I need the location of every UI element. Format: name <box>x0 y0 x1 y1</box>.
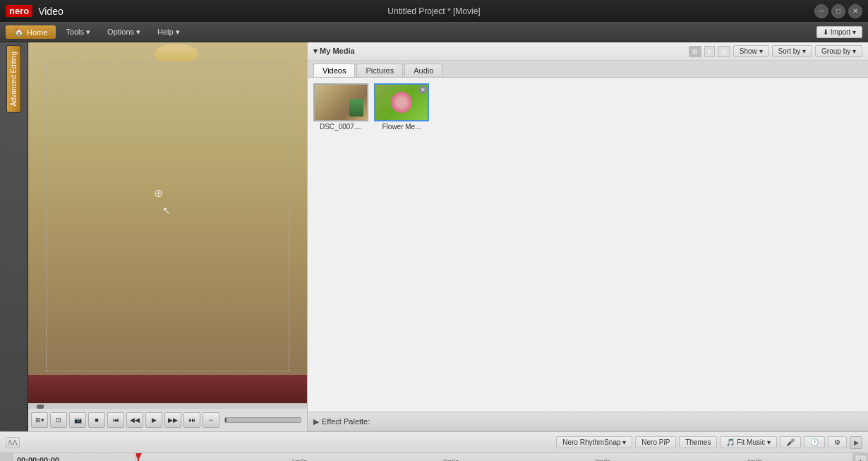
home-button[interactable]: 🏠 Home <box>6 25 56 39</box>
settings-button[interactable]: ⚙ <box>828 436 847 448</box>
time-display-row: 00:00:00:00 <box>13 453 135 461</box>
scrubber-position <box>225 418 227 422</box>
effect-expand-icon[interactable]: ▶ <box>313 417 319 426</box>
expand-right-button[interactable]: ▶ <box>850 436 862 449</box>
preview-scrubber[interactable] <box>28 403 307 409</box>
media-header: ▾ My Media ⊞ ≡ ⊟ Show ▾ Sort by ▾ Group … <box>308 42 868 61</box>
media-thumb-dsc <box>313 83 368 121</box>
tools-menu[interactable]: Tools ▾ <box>59 25 97 39</box>
app-name: Video <box>38 6 64 17</box>
clock-button[interactable]: 🕐 <box>804 436 825 448</box>
menu-right: ⬇ Import ▾ <box>816 26 862 38</box>
prev-frame-button[interactable]: ⏮ <box>107 412 124 428</box>
left-panel: Advanced Editing <box>0 42 28 431</box>
cursor-icon: ↖ <box>162 205 171 216</box>
effect-palette-label: Effect Palette: <box>322 417 370 426</box>
chandelier-decoration <box>155 44 198 61</box>
list-view-button[interactable]: ≡ <box>704 46 715 57</box>
maximize-button[interactable]: □ <box>831 4 845 18</box>
media-item-dsc[interactable]: DSC_0007.... <box>313 83 368 131</box>
videos-tab[interactable]: Videos <box>313 64 355 77</box>
preview-video: ⊕ ↖ <box>28 42 307 403</box>
preview-area: ⊕ ↖ ⊞▾ ⊡ 📷 ■ ⏮ ◀◀ ▶ ▶▶ ⏭ ↔ <box>28 42 307 431</box>
themes-button[interactable]: Themes <box>679 436 717 448</box>
nero-logo: nero <box>6 5 32 17</box>
timeline-main: Express Editing 00:00:00:00 🔒 👁 ▶ Master… <box>0 453 868 461</box>
collapse-timeline-button[interactable]: ⋀⋀ <box>6 437 20 448</box>
effect-palette: ▶ Effect Palette: <box>308 412 868 431</box>
media-label-flower: Flower Me... <box>374 123 429 131</box>
play-button[interactable]: ▶ <box>145 412 162 428</box>
time-display: 00:00:00:00 <box>17 456 59 462</box>
detail-view-button[interactable]: ⊟ <box>718 46 730 57</box>
snapshot-button[interactable]: ⊡ <box>50 412 67 428</box>
timeline-ruler: 1m0s 2m0s 3m0s 4m0s <box>136 453 852 461</box>
time-cursor <box>138 453 139 461</box>
pictures-tab[interactable]: Pictures <box>356 64 403 77</box>
mic-button[interactable]: 🎤 <box>780 436 801 448</box>
track-labels: 00:00:00:00 🔒 👁 ▶ Master Effects 🔒 👁 ▶ V… <box>13 453 136 461</box>
advanced-editing-tab[interactable]: Advanced Editing <box>6 45 21 113</box>
media-tabs: Videos Pictures Audio <box>308 61 868 78</box>
timeline-toolbar: ⋀⋀ Nero RhythmSnap ▾ Nero PiP Themes 🎵 F… <box>0 432 868 453</box>
stop-button[interactable]: ■ <box>88 412 105 428</box>
grid-view-button[interactable]: ⊞ <box>689 46 701 57</box>
cursor-head <box>136 453 142 460</box>
media-close-button[interactable]: ✕ <box>418 85 427 94</box>
media-header-right: ⊞ ≡ ⊟ Show ▾ Sort by ▾ Group by ▾ <box>689 45 862 57</box>
fit-music-button[interactable]: 🎵 Fit Music ▾ <box>720 436 777 448</box>
plant-decoration <box>349 99 363 116</box>
menubar: 🏠 Home Tools ▾ Options ▾ Help ▾ ⬇ Import… <box>0 23 868 42</box>
ruler-4m: 4m0s <box>747 458 762 461</box>
close-button[interactable]: ✕ <box>848 4 862 18</box>
import-button[interactable]: ⬇ Import ▾ <box>816 26 862 38</box>
options-menu[interactable]: Options ▾ <box>100 25 147 39</box>
ruler-3m: 3m0s <box>595 458 610 461</box>
media-label-dsc: DSC_0007.... <box>313 123 368 131</box>
media-content: DSC_0007.... ✕ Flower Me... <box>308 78 868 412</box>
timeline-scrubber[interactable] <box>224 417 301 423</box>
home-icon: 🏠 <box>14 28 24 37</box>
home-label: Home <box>27 28 47 37</box>
title-left: nero Video <box>6 5 64 17</box>
selection-box <box>46 64 289 371</box>
ruler-2m: 2m0s <box>443 458 459 461</box>
preview-controls: ⊞▾ ⊡ 📷 ■ ⏮ ◀◀ ▶ ▶▶ ⏭ ↔ <box>28 409 307 431</box>
group-button[interactable]: Group by ▾ <box>815 45 862 57</box>
media-item-flower[interactable]: ✕ Flower Me... <box>374 83 429 131</box>
media-browser: ▾ My Media ⊞ ≡ ⊟ Show ▾ Sort by ▾ Group … <box>307 42 868 431</box>
crosshair-icon: ⊕ <box>154 186 163 200</box>
media-title: ▾ My Media <box>313 47 355 56</box>
timeline-section: ⋀⋀ Nero RhythmSnap ▾ Nero PiP Themes 🎵 F… <box>0 431 868 461</box>
rewind-button[interactable]: ◀◀ <box>126 412 143 428</box>
audio-tab[interactable]: Audio <box>404 64 442 77</box>
timeline-tracks[interactable]: 1m0s 2m0s 3m0s 4m0s <box>136 453 852 461</box>
pip-button[interactable]: Nero PiP <box>635 436 676 448</box>
window-title: Untitled Project * [Movie] <box>387 6 480 16</box>
media-thumb-flower: ✕ <box>374 83 429 121</box>
minimize-button[interactable]: ─ <box>814 4 828 18</box>
titlebar: nero Video Untitled Project * [Movie] ─ … <box>0 0 868 23</box>
show-button[interactable]: Show ▾ <box>733 45 769 57</box>
scrubber-handle[interactable] <box>37 405 44 409</box>
main-layout: Advanced Editing ⊕ ↖ ⊞▾ ⊡ 📷 ■ ⏮ ◀◀ ▶ ▶▶ … <box>0 42 868 431</box>
next-frame-button[interactable]: ⏭ <box>183 412 200 428</box>
sort-button[interactable]: Sort by ▾ <box>772 45 812 57</box>
floor-area <box>28 375 307 403</box>
flower-image <box>391 92 412 113</box>
fast-forward-button[interactable]: ▶▶ <box>164 412 181 428</box>
camera-button[interactable]: 📷 <box>69 412 86 428</box>
right-panel: ▲ ⊡ ✂ ▼ <box>852 453 868 461</box>
express-editing-sidebar: Express Editing <box>0 453 13 461</box>
rhythm-snap-button[interactable]: Nero RhythmSnap ▾ <box>556 436 632 448</box>
window-controls: ─ □ ✕ <box>814 4 862 18</box>
trim-button[interactable]: ↔ <box>203 412 219 428</box>
ruler-1m: 1m0s <box>291 458 307 461</box>
scroll-up-button[interactable]: ▲ <box>855 455 867 461</box>
help-menu[interactable]: Help ▾ <box>150 25 187 39</box>
view-mode-button[interactable]: ⊞▾ <box>31 412 48 428</box>
